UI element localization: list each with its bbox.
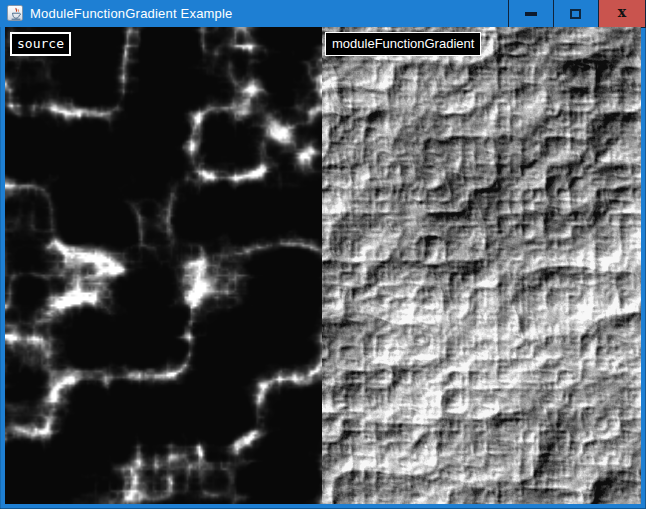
window-title: ModuleFunctionGradient Example	[30, 0, 233, 27]
app-window: ModuleFunctionGradient Example x source …	[0, 0, 646, 509]
source-panel: source	[5, 27, 322, 504]
close-button[interactable]: x	[598, 0, 646, 28]
image-viewport: source moduleFunctionGradient	[5, 27, 641, 504]
window-controls: x	[508, 0, 646, 28]
close-icon: x	[599, 0, 645, 26]
maximize-button[interactable]	[553, 0, 599, 28]
minimize-button[interactable]	[508, 0, 554, 28]
source-noise-image	[5, 27, 322, 504]
minimize-icon	[525, 12, 537, 16]
gradient-label: moduleFunctionGradient	[325, 32, 481, 56]
gradient-noise-image	[322, 27, 641, 504]
gradient-panel: moduleFunctionGradient	[322, 27, 641, 504]
titlebar[interactable]: ModuleFunctionGradient Example x	[0, 0, 646, 27]
maximize-icon	[570, 9, 581, 19]
source-label: source	[10, 32, 71, 56]
java-app-icon	[7, 5, 23, 21]
